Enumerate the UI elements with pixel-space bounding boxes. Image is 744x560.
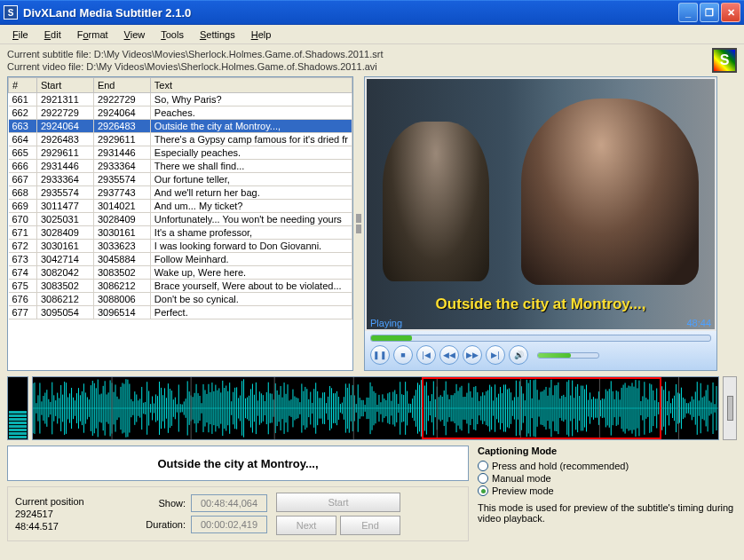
start-button[interactable]: Start bbox=[276, 493, 400, 512]
menu-file[interactable]: File bbox=[5, 28, 36, 42]
radio-icon bbox=[478, 473, 488, 484]
table-row[interactable]: 66829355742937743And we'll return her ba… bbox=[9, 186, 352, 200]
menubar: File Edit Format View Tools Settings Hel… bbox=[0, 25, 744, 44]
splitter-right-icon bbox=[356, 225, 361, 233]
col-end[interactable]: End bbox=[93, 78, 150, 93]
table-row[interactable]: 67430820423083502Wake up, Were here. bbox=[9, 266, 352, 280]
logo-icon: S bbox=[712, 48, 737, 73]
table-row[interactable]: 66930114773014021And um... My ticket? bbox=[9, 200, 352, 213]
mode-description: This mode is used for preview of the sub… bbox=[478, 502, 737, 524]
table-row[interactable]: 66729333642935574Our fortune teller, bbox=[9, 173, 352, 186]
splitter-left-icon bbox=[356, 214, 361, 223]
table-row[interactable]: 66229227292924064Peaches. bbox=[9, 106, 352, 120]
captioning-mode-title: Captioning Mode bbox=[478, 446, 737, 456]
position-time: 48:44.517 bbox=[15, 520, 131, 532]
rewind-button[interactable]: ◀◀ bbox=[439, 345, 459, 365]
table-row[interactable]: 66529296112931446Especially peaches. bbox=[9, 146, 352, 160]
prev-button[interactable]: |◀ bbox=[416, 345, 436, 365]
show-field[interactable] bbox=[191, 494, 267, 512]
table-row[interactable]: 67330427143045884Follow Meinhard. bbox=[9, 253, 352, 266]
playback-time: 48:44 bbox=[686, 318, 711, 328]
show-label: Show: bbox=[139, 498, 186, 509]
app-icon: S bbox=[4, 5, 18, 20]
duration-field[interactable] bbox=[191, 516, 267, 533]
next-button[interactable]: Next bbox=[276, 516, 336, 535]
stop-button[interactable]: ■ bbox=[393, 345, 413, 365]
waveform-scrollbar[interactable] bbox=[723, 376, 737, 440]
table-row[interactable]: 67530835023086212Brace yourself, Were ab… bbox=[9, 280, 352, 293]
info-bar: Current subtitle file: D:\My Videos\Movi… bbox=[0, 44, 744, 76]
close-button[interactable]: ✕ bbox=[721, 3, 740, 22]
timing-panel: Current position 2924517 48:44.517 Show:… bbox=[7, 486, 469, 541]
end-button[interactable]: End bbox=[340, 516, 400, 535]
menu-view[interactable]: View bbox=[117, 28, 153, 42]
mode-press-hold[interactable]: Press and hold (recommended) bbox=[478, 460, 737, 472]
next-button[interactable]: ▶| bbox=[486, 345, 505, 365]
playback-status: Playing bbox=[370, 318, 402, 328]
table-row[interactable]: 66429264832929611There's a Gypsy camp fa… bbox=[9, 133, 352, 146]
radio-icon bbox=[478, 461, 488, 471]
menu-format[interactable]: Format bbox=[70, 28, 115, 42]
waveform[interactable] bbox=[32, 376, 719, 440]
subtitle-text-editor[interactable]: Outside the city at Montroy..., bbox=[7, 446, 469, 481]
video-figure bbox=[521, 99, 699, 285]
maximize-button[interactable]: ❐ bbox=[700, 3, 719, 22]
col-text[interactable]: Text bbox=[150, 78, 352, 93]
splitter[interactable] bbox=[355, 76, 362, 371]
table-row[interactable]: 67130284093030161It's a shame professor, bbox=[9, 226, 352, 240]
waveform-selection[interactable] bbox=[422, 377, 661, 439]
table-row[interactable]: 66129213112922729So, Why Paris? bbox=[9, 93, 352, 106]
scrollbar-thumb[interactable] bbox=[727, 396, 733, 421]
table-row[interactable]: 67030250313028409Unfortunately... You wo… bbox=[9, 213, 352, 226]
menu-tools[interactable]: Tools bbox=[154, 28, 191, 42]
video-controls: ❚❚ ■ |◀ ◀◀ ▶▶ ▶| 🔊 bbox=[365, 331, 716, 370]
col-start[interactable]: Start bbox=[36, 78, 93, 93]
position-frames: 2924517 bbox=[15, 508, 131, 520]
video-figure bbox=[383, 122, 489, 281]
subtitle-table[interactable]: # Start End Text 66129213112922729So, Wh… bbox=[7, 76, 353, 371]
table-row[interactable]: 67730950543096514Perfect. bbox=[9, 306, 352, 319]
duration-label: Duration: bbox=[139, 519, 186, 530]
mute-button[interactable]: 🔊 bbox=[509, 345, 528, 365]
minimize-button[interactable]: _ bbox=[678, 3, 698, 22]
titlebar[interactable]: S DivXLand Media Subtitler 2.1.0 _ ❐ ✕ bbox=[0, 0, 744, 25]
video-player: Outside the city at Montroy..., Playing … bbox=[364, 76, 717, 371]
level-meter bbox=[7, 376, 28, 440]
forward-button[interactable]: ▶▶ bbox=[463, 345, 482, 365]
menu-edit[interactable]: Edit bbox=[37, 28, 68, 42]
pause-button[interactable]: ❚❚ bbox=[370, 345, 390, 365]
window-title: DivXLand Media Subtitler 2.1.0 bbox=[23, 6, 678, 20]
volume-slider[interactable] bbox=[537, 352, 599, 359]
seek-bar[interactable] bbox=[370, 335, 711, 342]
menu-help[interactable]: Help bbox=[244, 28, 279, 42]
position-label: Current position bbox=[15, 495, 131, 508]
table-row[interactable]: 67630862123088006Don't be so cynical. bbox=[9, 293, 352, 306]
menu-settings[interactable]: Settings bbox=[193, 28, 242, 42]
radio-icon bbox=[478, 485, 488, 496]
mode-preview[interactable]: Preview mode bbox=[478, 485, 737, 497]
subtitle-overlay: Outside the city at Montroy..., bbox=[367, 296, 715, 313]
video-frame[interactable]: Outside the city at Montroy..., Playing … bbox=[367, 79, 715, 329]
col-num[interactable]: # bbox=[9, 78, 37, 93]
table-row[interactable]: 67230301613033623I was looking forward t… bbox=[9, 240, 352, 253]
table-row[interactable]: 66329240642926483Outside the city at Mon… bbox=[9, 120, 352, 133]
table-row[interactable]: 66629314462933364There we shall find... bbox=[9, 160, 352, 173]
mode-manual[interactable]: Manual mode bbox=[478, 472, 737, 485]
